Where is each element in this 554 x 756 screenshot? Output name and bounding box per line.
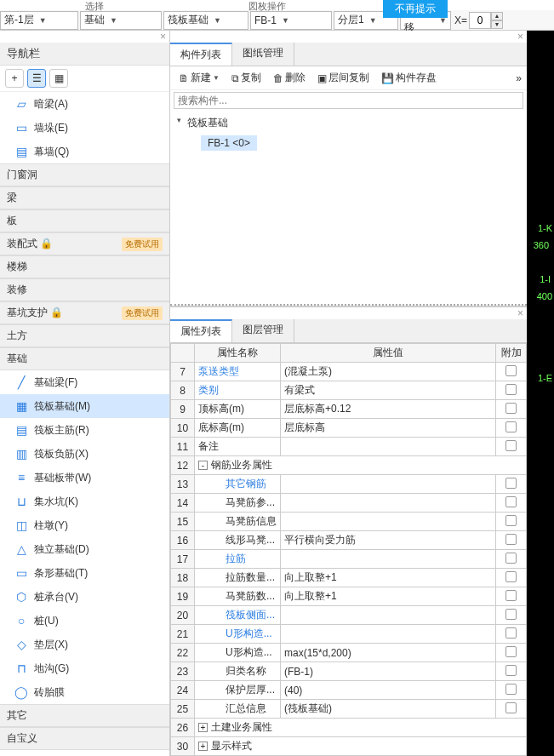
search-input[interactable] xyxy=(174,92,523,109)
tab-component-list[interactable]: 构件列表 xyxy=(170,43,232,66)
expand-icon[interactable]: - xyxy=(198,461,208,470)
delete-button[interactable]: 🗑删除 xyxy=(270,69,309,87)
prop-value[interactable]: 有梁式 xyxy=(281,381,496,400)
tree-leaf[interactable]: FB-1 <0> xyxy=(201,135,257,151)
prop-value[interactable]: 向上取整+1 xyxy=(281,569,496,587)
checkbox-icon[interactable] xyxy=(505,702,517,713)
prop-value[interactable]: 平行横向受力筋 xyxy=(281,531,496,550)
prop-value[interactable]: (FB-1) xyxy=(281,662,496,681)
prop-value[interactable] xyxy=(281,606,496,625)
checkbox-icon[interactable] xyxy=(505,421,517,432)
add-icon[interactable]: + xyxy=(5,69,24,88)
prop-att[interactable] xyxy=(496,531,527,550)
property-row[interactable]: 14马凳筋参... xyxy=(171,494,527,513)
prop-att[interactable] xyxy=(496,569,527,587)
prop-att[interactable] xyxy=(496,625,527,644)
property-row[interactable]: 8类别有梁式 xyxy=(171,381,527,400)
prop-att[interactable] xyxy=(496,606,527,625)
prop-value[interactable]: (混凝土泵) xyxy=(281,363,496,381)
prop-att[interactable] xyxy=(496,400,527,419)
panel-splitter[interactable] xyxy=(170,304,527,306)
property-row[interactable]: 24保护层厚...(40) xyxy=(171,681,527,700)
nav-item[interactable]: ⬡桩承台(V) xyxy=(0,585,169,609)
nav-item[interactable]: ◫柱墩(Y) xyxy=(0,513,169,537)
property-row[interactable]: 19马凳筋数...向上取整+1 xyxy=(171,587,527,606)
checkbox-icon[interactable] xyxy=(505,627,517,639)
more-icon[interactable]: » xyxy=(516,72,522,84)
prop-att[interactable] xyxy=(496,700,527,719)
new-button[interactable]: 🗎新建▼ xyxy=(175,69,223,87)
prop-value[interactable]: 向上取整+1 xyxy=(281,587,496,606)
nav-section-head[interactable]: 基础 xyxy=(0,347,169,370)
nav-section-head[interactable]: 其它 xyxy=(0,704,169,727)
expand-icon[interactable]: + xyxy=(198,742,208,751)
spin-down-icon[interactable]: ▼ xyxy=(491,20,503,29)
checkbox-icon[interactable] xyxy=(505,665,517,676)
property-row[interactable]: 20筏板侧面... xyxy=(171,606,527,625)
property-row[interactable]: 10底标高(m)层底标高 xyxy=(171,419,527,438)
prop-att[interactable] xyxy=(496,475,527,494)
property-row[interactable]: 7泵送类型(混凝土泵) xyxy=(171,363,527,381)
prop-att[interactable] xyxy=(496,438,527,456)
nav-item[interactable]: ◇垫层(X) xyxy=(0,633,169,656)
prop-att[interactable] xyxy=(496,381,527,400)
checkbox-icon[interactable] xyxy=(505,553,517,564)
checkbox-icon[interactable] xyxy=(505,478,517,489)
checkbox-icon[interactable] xyxy=(505,609,517,620)
prop-value[interactable]: (40) xyxy=(281,681,496,700)
property-row[interactable]: 17拉筋 xyxy=(171,550,527,569)
property-row[interactable]: 12-钢筋业务属性 xyxy=(171,456,527,475)
grid-view-icon[interactable]: ▦ xyxy=(49,69,68,88)
nav-item[interactable]: ▱暗梁(A) xyxy=(0,92,169,116)
nav-item[interactable]: ▭墙垛(E) xyxy=(0,116,169,140)
nav-item[interactable]: ▭条形基础(T) xyxy=(0,561,169,585)
nav-item[interactable]: ○桩(U) xyxy=(0,609,169,633)
prop-att[interactable] xyxy=(496,513,527,531)
prop-att[interactable] xyxy=(496,550,527,569)
prop-att[interactable] xyxy=(496,587,527,606)
prop-value[interactable] xyxy=(281,475,496,494)
prop-att[interactable] xyxy=(496,494,527,513)
prop-value[interactable] xyxy=(281,438,496,456)
prop-value[interactable] xyxy=(281,494,496,513)
prop-att[interactable] xyxy=(496,681,527,700)
nav-item[interactable]: ▤幕墙(Q) xyxy=(0,140,169,163)
property-row[interactable]: 16线形马凳...平行横向受力筋 xyxy=(171,531,527,550)
prop-att[interactable] xyxy=(496,662,527,681)
property-row[interactable]: 11备注 xyxy=(171,438,527,456)
checkbox-icon[interactable] xyxy=(505,571,517,582)
property-row[interactable]: 21U形构造... xyxy=(171,625,527,644)
prop-value[interactable]: (筏板基础) xyxy=(281,700,496,719)
nav-section-head[interactable]: 板 xyxy=(0,209,169,232)
checkbox-icon[interactable] xyxy=(505,403,517,414)
prop-value[interactable]: 层底标高+0.12 xyxy=(281,400,496,419)
property-row[interactable]: 13其它钢筋 xyxy=(171,475,527,494)
nav-item[interactable]: ╱基础梁(F) xyxy=(0,370,169,394)
close-icon[interactable]: × xyxy=(0,31,169,43)
nav-item[interactable]: △独立基础(D) xyxy=(0,537,169,561)
x-offset-input[interactable] xyxy=(469,12,491,29)
nav-section-head[interactable]: 基坑支护 🔒免费试用 xyxy=(0,301,169,324)
nav-section-head[interactable]: 自宝义 xyxy=(0,727,169,750)
checkbox-icon[interactable] xyxy=(505,440,517,451)
save-button[interactable]: 💾构件存盘 xyxy=(378,69,440,87)
prop-value[interactable] xyxy=(281,625,496,644)
property-row[interactable]: 30+显示样式 xyxy=(171,737,527,756)
category-select[interactable]: 基础▼ xyxy=(80,11,162,30)
checkbox-icon[interactable] xyxy=(505,534,517,545)
nav-item[interactable]: ▦筏板基础(M) xyxy=(0,394,169,418)
property-row[interactable]: 9顶标高(m)层底标高+0.12 xyxy=(171,400,527,419)
prop-value[interactable]: 层底标高 xyxy=(281,419,496,438)
prop-att[interactable] xyxy=(496,363,527,381)
nav-section-head[interactable]: 土方 xyxy=(0,324,169,347)
checkbox-icon[interactable] xyxy=(505,515,517,526)
subcategory-select[interactable]: 筏板基础▼ xyxy=(163,11,248,30)
list-view-icon[interactable]: ☰ xyxy=(27,69,46,88)
property-row[interactable]: 23归类名称(FB-1) xyxy=(171,662,527,681)
property-row[interactable]: 26+土建业务属性 xyxy=(171,719,527,737)
nav-item[interactable]: ⊓地沟(G) xyxy=(0,656,169,680)
property-row[interactable]: 18拉筋数量...向上取整+1 xyxy=(171,569,527,587)
component-tree[interactable]: 筏板基础 FB-1 <0> xyxy=(170,111,527,154)
checkbox-icon[interactable] xyxy=(505,384,517,395)
nav-section-head[interactable]: 门窗洞 xyxy=(0,163,169,186)
